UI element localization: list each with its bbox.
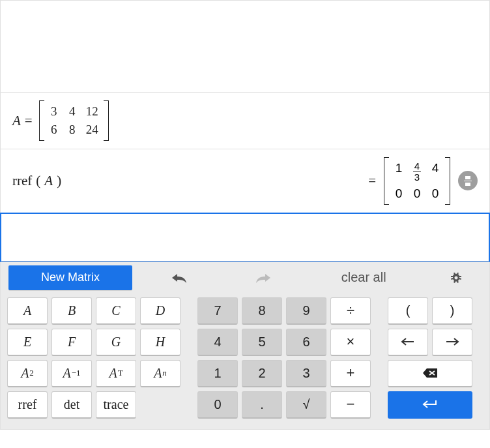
transpose-key[interactable]: AT — [96, 360, 136, 387]
fraction-toggle-icon[interactable] — [458, 171, 478, 190]
lparen-key[interactable]: ( — [388, 297, 428, 325]
add-key[interactable]: + — [330, 360, 371, 387]
right-arrow-key[interactable] — [432, 329, 472, 356]
func-arg: A — [44, 173, 53, 189]
undo-button[interactable] — [137, 262, 222, 293]
expression-row[interactable]: rref(A) = 1434000 — [1, 149, 489, 213]
active-input-row[interactable] — [0, 213, 490, 262]
matrix-cell: 0 — [431, 187, 440, 201]
matrix-cell: 8 — [68, 123, 77, 137]
subtract-key[interactable]: − — [330, 391, 371, 419]
decimal-key[interactable]: . — [242, 391, 282, 419]
digit-0-key[interactable]: 0 — [197, 391, 238, 419]
digit-1-key[interactable]: 1 — [197, 360, 238, 387]
var-H-key[interactable]: H — [140, 329, 180, 356]
digit-7-key[interactable]: 7 — [197, 297, 238, 325]
result-equals: = — [368, 173, 376, 189]
digit-9-key[interactable]: 9 — [286, 297, 326, 325]
matrix-name: A — [12, 113, 21, 129]
inverse-key[interactable]: A−1 — [51, 360, 92, 387]
new-matrix-button[interactable]: New Matrix — [8, 265, 132, 290]
divide-key[interactable]: ÷ — [330, 297, 371, 325]
keypad: New Matrix clear all ABCDEFGHA2A−1ATAnrr… — [1, 261, 489, 429]
result-matrix: 1434000 — [384, 157, 450, 205]
enter-key[interactable] — [388, 391, 472, 419]
matrix-cell: 0 — [394, 187, 403, 201]
matrix-definition-row[interactable]: A = 34126824 — [1, 93, 489, 149]
left-arrow-key[interactable] — [388, 329, 428, 356]
trace-key[interactable]: trace — [96, 391, 136, 419]
var-F-key[interactable]: F — [51, 329, 92, 356]
var-B-key[interactable]: B — [51, 297, 92, 325]
square-key[interactable]: A2 — [7, 360, 48, 387]
display-blank — [1, 1, 489, 93]
backspace-key[interactable] — [388, 360, 472, 387]
equals-sign: = — [25, 113, 33, 129]
clear-all-button[interactable]: clear all — [305, 262, 422, 293]
rparen-key[interactable]: ) — [432, 297, 472, 325]
digit-2-key[interactable]: 2 — [242, 360, 282, 387]
matrix-A: 34126824 — [39, 100, 109, 141]
settings-button[interactable] — [422, 262, 489, 293]
matrix-cell: 3 — [50, 104, 59, 119]
rref-key[interactable]: rref — [7, 391, 48, 419]
power-key[interactable]: An — [140, 360, 180, 387]
var-C-key[interactable]: C — [96, 297, 136, 325]
digit-3-key[interactable]: 3 — [286, 360, 326, 387]
matrix-cell: 12 — [86, 104, 98, 119]
det-key[interactable]: det — [51, 391, 92, 419]
matrix-cell: 1 — [394, 161, 403, 183]
redo-button — [222, 262, 306, 293]
matrix-cell: 0 — [412, 187, 422, 201]
digit-6-key[interactable]: 6 — [286, 329, 326, 356]
multiply-key[interactable]: × — [330, 329, 371, 356]
sqrt-key[interactable]: √ — [286, 391, 326, 419]
var-E-key[interactable]: E — [7, 329, 48, 356]
var-D-key[interactable]: D — [140, 297, 180, 325]
matrix-cell: 43 — [412, 161, 422, 183]
func-name: rref — [12, 173, 32, 189]
matrix-cell: 4 — [68, 104, 77, 119]
digit-5-key[interactable]: 5 — [242, 329, 282, 356]
var-A-key[interactable]: A — [7, 297, 48, 325]
digit-4-key[interactable]: 4 — [197, 329, 238, 356]
var-G-key[interactable]: G — [96, 329, 136, 356]
matrix-cell: 24 — [86, 123, 98, 137]
matrix-cell: 4 — [431, 161, 440, 183]
matrix-cell: 6 — [50, 123, 59, 137]
digit-8-key[interactable]: 8 — [242, 297, 282, 325]
